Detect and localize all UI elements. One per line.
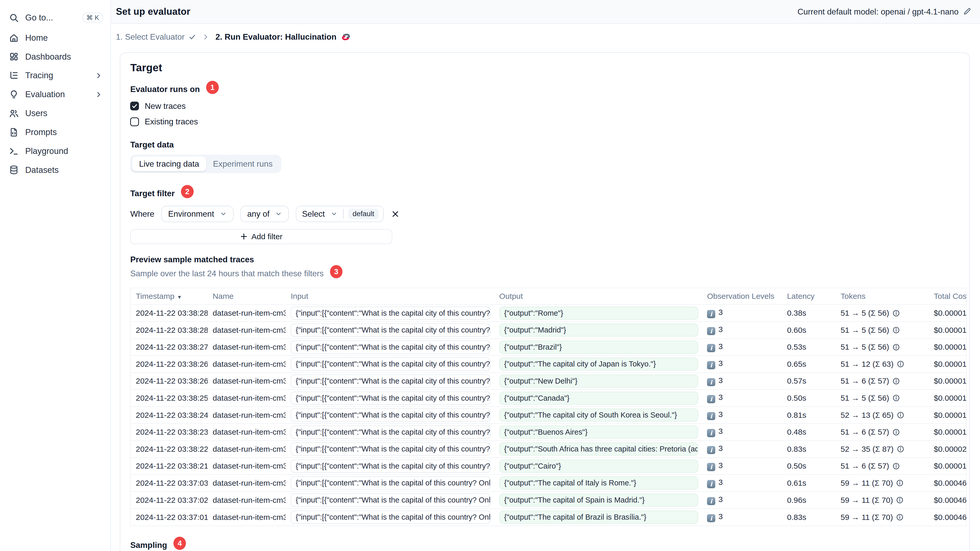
output-preview[interactable]: {"output":"Rome"} xyxy=(500,306,698,320)
main-area: Set up evaluator Current default model: … xyxy=(111,0,980,551)
input-cell: {"input":[{"content":"What is the capita… xyxy=(286,458,494,475)
table-row[interactable]: 2024-11-22 03:38:23 dataset-run-item-cm3… xyxy=(130,424,967,441)
output-preview[interactable]: {"output":"Brazil"} xyxy=(500,341,698,354)
output-preview[interactable]: {"output":"Buenos Aires"} xyxy=(500,426,698,439)
table-row[interactable]: 2024-11-22 03:37:01 dataset-run-item-cm3… xyxy=(130,508,967,526)
table-row[interactable]: 2024-11-22 03:38:27 dataset-run-item-cm3… xyxy=(130,339,967,356)
table-row[interactable]: 2024-11-22 03:38:25 dataset-run-item-cm3… xyxy=(130,389,967,407)
output-preview[interactable]: {"output":"New Delhi"} xyxy=(500,375,698,388)
table-row[interactable]: 2024-11-22 03:38:24 dataset-run-item-cm3… xyxy=(130,407,967,424)
observation-levels-cell: i3 xyxy=(702,475,782,492)
output-preview[interactable]: {"output":"Cairo"} xyxy=(500,459,698,473)
existing-traces-option[interactable]: Existing traces xyxy=(130,116,967,127)
table-header-row: Timestamp▼ Name Input Output Observation… xyxy=(130,288,967,305)
table-row[interactable]: 2024-11-22 03:38:26 dataset-run-item-cm3… xyxy=(130,356,967,373)
input-preview[interactable]: {"input":[{"content":"What is the capita… xyxy=(291,324,490,337)
input-cell: {"input":[{"content":"What is the capita… xyxy=(286,373,494,390)
input-preview[interactable]: {"input":[{"content":"What is the capita… xyxy=(291,511,490,524)
tokens-cell: 52 → 35 (Σ 87) xyxy=(835,441,929,458)
filter-operator-dropdown[interactable]: any of xyxy=(240,206,289,222)
cost-cell: $0.00046 ( xyxy=(929,475,967,492)
table-row[interactable]: 2024-11-22 03:38:28 dataset-run-item-cm3… xyxy=(130,322,967,339)
breadcrumb-step-1-label: 1. Select Evaluator xyxy=(116,32,185,42)
input-cell: {"input":[{"content":"What is the capita… xyxy=(286,322,494,339)
column-header-input[interactable]: Input xyxy=(286,288,494,305)
sidebar-item-home[interactable]: Home xyxy=(0,28,110,47)
sidebar-item-prompts[interactable]: Prompts xyxy=(0,123,110,142)
input-preview[interactable]: {"input":[{"content":"What is the capita… xyxy=(291,375,490,388)
filter-value-chip[interactable]: default xyxy=(348,209,379,219)
input-preview[interactable]: {"input":[{"content":"What is the capita… xyxy=(291,426,490,439)
evaluator-runs-on-label: Evaluator runs on xyxy=(130,84,200,94)
latency-cell: 0.60s xyxy=(782,322,835,339)
table-row[interactable]: 2024-11-22 03:38:22 dataset-run-item-cm3… xyxy=(130,441,967,458)
edit-model-icon[interactable] xyxy=(963,8,971,16)
column-header-output[interactable]: Output xyxy=(494,288,702,305)
goto-search[interactable]: Go to... ⌘ K xyxy=(0,8,110,27)
tokens-cell: 51 → 6 (Σ 57) xyxy=(835,424,929,441)
input-preview[interactable]: {"input":[{"content":"What is the capita… xyxy=(291,459,490,473)
output-cell: {"output":"The capital of Brazil is Bras… xyxy=(494,508,702,526)
evaluator-runs-on-row: Evaluator runs on 1 xyxy=(130,83,967,96)
table-row[interactable]: 2024-11-22 03:37:03 dataset-run-item-cm3… xyxy=(130,475,967,492)
sidebar-item-datasets[interactable]: Datasets xyxy=(0,160,110,179)
table-row[interactable]: 2024-11-22 03:38:21 dataset-run-item-cm3… xyxy=(130,458,967,475)
timestamp-cell: 2024-11-22 03:38:22 xyxy=(130,441,207,458)
existing-traces-checkbox[interactable] xyxy=(130,118,139,126)
sidebar-item-users[interactable]: Users xyxy=(0,104,110,123)
breadcrumb-step-1[interactable]: 1. Select Evaluator xyxy=(116,32,196,42)
name-cell: dataset-run-item-cm3s4 xyxy=(208,508,286,526)
output-preview[interactable]: {"output":"The capital city of South Kor… xyxy=(500,408,698,422)
app-root: Go to... ⌘ K Home Dashboards Tracing Eva… xyxy=(0,0,980,551)
table-row[interactable]: 2024-11-22 03:38:28 dataset-run-item-cm3… xyxy=(130,305,967,322)
output-preview[interactable]: {"output":"The capital of Brazil is Bras… xyxy=(500,511,698,524)
sidebar-item-playground[interactable]: Playground xyxy=(0,142,110,161)
add-filter-button[interactable]: Add filter xyxy=(130,229,392,244)
where-label: Where xyxy=(130,209,154,219)
output-preview[interactable]: {"output":"Madrid"} xyxy=(500,324,698,337)
input-preview[interactable]: {"input":[{"content":"What is the capita… xyxy=(291,494,490,507)
column-header-name[interactable]: Name xyxy=(208,288,286,305)
tab-live-tracing-data[interactable]: Live tracing data xyxy=(132,157,206,171)
step-badge-2: 2 xyxy=(181,185,194,198)
sidebar-item-dashboards[interactable]: Dashboards xyxy=(0,47,110,66)
input-preview[interactable]: {"input":[{"content":"What is the capita… xyxy=(291,392,490,405)
input-preview[interactable]: {"input":[{"content":"What is the capita… xyxy=(291,476,490,489)
traces-table: Timestamp▼ Name Input Output Observation… xyxy=(130,288,967,526)
name-cell: dataset-run-item-cm3s4 xyxy=(208,373,286,390)
breadcrumb-step-2: 2. Run Evaluator: Hallucination xyxy=(215,32,351,42)
output-preview[interactable]: {"output":"Canada"} xyxy=(500,392,698,405)
output-preview[interactable]: {"output":"The capital of Italy is Rome.… xyxy=(500,476,698,489)
input-cell: {"input":[{"content":"What is the capita… xyxy=(286,475,494,492)
column-header-latency[interactable]: Latency xyxy=(782,288,835,305)
page-title: Set up evaluator xyxy=(116,6,190,17)
output-preview[interactable]: {"output":"The capital city of Japan is … xyxy=(500,357,698,371)
new-traces-option[interactable]: New traces xyxy=(130,100,967,112)
column-header-observation-levels[interactable]: Observation Levels xyxy=(702,288,782,305)
column-header-total-cost[interactable]: Total Cost xyxy=(929,288,967,305)
filter-column-dropdown[interactable]: Environment xyxy=(161,206,233,222)
filter-value-dropdown[interactable]: Select xyxy=(296,209,343,219)
output-cell: {"output":"The capital of Italy is Rome.… xyxy=(494,475,702,492)
filter-column-value: Environment xyxy=(168,209,214,219)
table-row[interactable]: 2024-11-22 03:38:26 dataset-run-item-cm3… xyxy=(130,373,967,390)
column-header-timestamp[interactable]: Timestamp▼ xyxy=(130,288,207,305)
input-preview[interactable]: {"input":[{"content":"What is the capita… xyxy=(291,357,490,371)
input-preview[interactable]: {"input":[{"content":"What is the capita… xyxy=(291,408,490,422)
output-preview[interactable]: {"output":"South Africa has three capita… xyxy=(500,442,698,456)
table-row[interactable]: 2024-11-22 03:37:02 dataset-run-item-cm3… xyxy=(130,492,967,509)
sidebar-item-tracing[interactable]: Tracing xyxy=(0,66,110,85)
new-traces-checkbox[interactable] xyxy=(130,102,139,110)
input-preview[interactable]: {"input":[{"content":"What is the capita… xyxy=(291,442,490,456)
tab-experiment-runs[interactable]: Experiment runs xyxy=(206,157,280,171)
sidebar-item-evaluation[interactable]: Evaluation xyxy=(0,85,110,104)
remove-filter-icon[interactable] xyxy=(391,210,399,218)
levels-icon: i xyxy=(707,480,715,488)
column-header-tokens[interactable]: Tokens xyxy=(835,288,929,305)
cost-cell: $0.000011 ( xyxy=(929,322,967,339)
step-badge-3: 3 xyxy=(330,265,343,278)
input-preview[interactable]: {"input":[{"content":"What is the capita… xyxy=(291,306,490,320)
output-preview[interactable]: {"output":"The capital of Spain is Madri… xyxy=(500,494,698,507)
input-preview[interactable]: {"input":[{"content":"What is the capita… xyxy=(291,341,490,354)
page-header: Set up evaluator Current default model: … xyxy=(111,0,980,24)
